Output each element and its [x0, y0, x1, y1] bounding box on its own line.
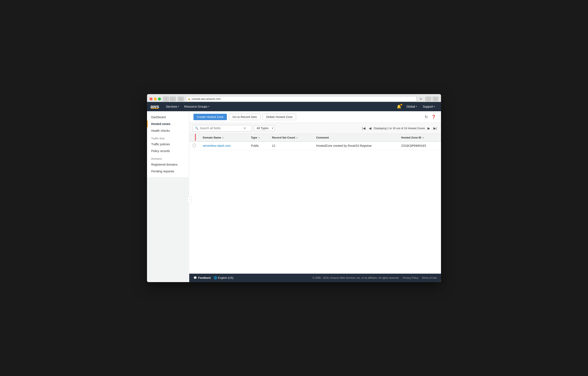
- sidebar-item-dashboard[interactable]: Dashboard: [147, 114, 189, 121]
- pagination-text: Displaying 1 to 16 out of 16 Hosted Zone…: [374, 127, 425, 130]
- delete-hosted-zone-button[interactable]: Delete Hosted Zone: [262, 114, 296, 120]
- tab-view-button[interactable]: ▭: [178, 97, 184, 101]
- address-bar[interactable]: 🔒 console.aws.amazon.com: [186, 96, 417, 102]
- search-input[interactable]: [200, 126, 242, 130]
- resource-groups-nav-item[interactable]: Resource Groups ▾: [182, 102, 212, 111]
- content-area: Create Hosted Zone Go to Record Sets Del…: [189, 111, 441, 282]
- table-header-row: Domain Name ▾ Type ▾ Record Set Count ▾ …: [189, 134, 441, 142]
- domains-section-label: Domains: [147, 154, 189, 161]
- col-hosted-zone-id-header[interactable]: Hosted Zone ID ▾: [398, 134, 441, 142]
- row-radio-input[interactable]: [193, 144, 196, 147]
- global-nav-item[interactable]: Global ▾: [404, 102, 419, 111]
- url-text: console.aws.amazon.com: [192, 98, 221, 100]
- search-icon: 🔍: [195, 126, 199, 130]
- sidebar-item-policy-records[interactable]: Policy records: [147, 148, 189, 154]
- table-area: Domain Name ▾ Type ▾ Record Set Count ▾ …: [189, 134, 441, 274]
- sidebar: Dashboard Hosted zones Health checks Tra…: [147, 111, 189, 177]
- footer-left: 💬 Feedback 🌐 English (US): [193, 276, 233, 279]
- close-button[interactable]: [149, 98, 152, 100]
- row-hosted-zone-id-cell: Z3SQCQPO909165: [398, 142, 441, 150]
- copyright-text: © 2008 - 2018, Amazon Web Services, Inc.…: [312, 276, 399, 279]
- row-type-cell: Public: [248, 142, 269, 150]
- hosted-zone-id-sort-icon: ▾: [423, 137, 424, 139]
- aws-top-nav: aws Services ▾ Resource Groups ▾ 🔔 Globa…: [147, 102, 441, 111]
- traffic-flow-section-label: Traffic flow: [147, 134, 189, 141]
- lock-icon: 🔒: [188, 98, 190, 100]
- aws-app: aws Services ▾ Resource Groups ▾ 🔔 Globa…: [147, 102, 441, 282]
- annotation-arrow: [192, 134, 199, 143]
- back-button[interactable]: ‹: [163, 97, 169, 101]
- filter-bar: 🔍 ✕ All Types Public Private |◀ ◀: [189, 123, 441, 134]
- feedback-button[interactable]: 💬 Feedback: [193, 276, 211, 279]
- notification-dot: [400, 104, 402, 106]
- go-to-record-sets-button[interactable]: Go to Record Sets: [229, 114, 260, 120]
- last-page-button[interactable]: ▶|: [432, 126, 438, 131]
- reload-button[interactable]: ↻: [419, 97, 423, 101]
- traffic-lights: [149, 98, 161, 100]
- help-button[interactable]: ❓: [430, 114, 437, 120]
- type-filter-wrapper: All Types Public Private: [254, 125, 275, 131]
- refresh-button[interactable]: ↻: [424, 114, 429, 120]
- col-comment-header: Comment: [313, 134, 398, 142]
- sidebar-item-hosted-zones[interactable]: Hosted zones: [147, 121, 189, 127]
- language-selector[interactable]: 🌐 English (US): [214, 276, 233, 279]
- support-caret-icon: ▾: [434, 105, 435, 108]
- row-record-set-count-cell: 12: [269, 142, 313, 150]
- clear-search-icon[interactable]: ✕: [243, 126, 246, 130]
- globe-icon: 🌐: [214, 276, 217, 279]
- next-page-button[interactable]: ▶: [427, 126, 431, 131]
- footer-right: © 2008 - 2018, Amazon Web Services, Inc.…: [312, 276, 437, 279]
- record-set-count-sort-icon: ▾: [296, 137, 298, 139]
- first-page-button[interactable]: |◀: [361, 126, 366, 131]
- support-nav-item[interactable]: Support ▾: [420, 102, 438, 111]
- type-filter-select[interactable]: All Types Public Private: [254, 125, 275, 131]
- type-sort-icon: ▾: [259, 137, 260, 139]
- resource-groups-caret-icon: ▾: [208, 105, 209, 108]
- global-caret-icon: ▾: [416, 105, 417, 108]
- col-type-header[interactable]: Type ▾: [248, 134, 269, 142]
- privacy-policy-link[interactable]: Privacy Policy: [403, 276, 419, 279]
- domain-name-link[interactable]: serverless-stack.com.: [203, 144, 231, 147]
- row-radio-cell: [189, 142, 200, 150]
- aws-logo: aws: [150, 104, 159, 109]
- pagination-info: |◀ ◀ Displaying 1 to 16 out of 16 Hosted…: [361, 126, 438, 131]
- col-domain-name-header[interactable]: Domain Name ▾: [200, 134, 248, 142]
- sidebar-collapse-button[interactable]: ‹: [188, 197, 192, 203]
- table-row[interactable]: serverless-stack.com. Public 12 HostedZo…: [189, 142, 441, 150]
- nav-right: 🔔 Global ▾ Support ▾: [395, 102, 438, 111]
- minimize-button[interactable]: [154, 98, 157, 100]
- prev-page-button[interactable]: ◀: [368, 126, 372, 131]
- feedback-chat-icon: 💬: [193, 276, 197, 279]
- toolbar-actions: ↻ ❓: [424, 114, 437, 120]
- table-body: serverless-stack.com. Public 12 HostedZo…: [189, 142, 441, 150]
- search-box: 🔍 ✕: [193, 125, 252, 132]
- sidebar-item-health-checks[interactable]: Health checks: [147, 127, 189, 134]
- toolbar: Create Hosted Zone Go to Record Sets Del…: [189, 111, 441, 123]
- footer: 💬 Feedback 🌐 English (US) © 2008 - 2018,…: [189, 274, 441, 282]
- sidebar-item-registered-domains[interactable]: Registered domains: [147, 161, 189, 168]
- row-comment-cell: HostedZone created by Route53 Registrar: [313, 142, 398, 150]
- notifications-bell[interactable]: 🔔: [395, 104, 403, 109]
- share-button[interactable]: ↑: [425, 97, 431, 101]
- sidebar-item-pending-requests[interactable]: Pending requests: [147, 168, 189, 175]
- forward-button[interactable]: ›: [170, 97, 176, 101]
- col-record-set-count-header[interactable]: Record Set Count ▾: [269, 134, 313, 142]
- sidebar-item-traffic-policies[interactable]: Traffic policies: [147, 141, 189, 148]
- main-layout: Dashboard Hosted zones Health checks Tra…: [147, 111, 441, 282]
- create-hosted-zone-button[interactable]: Create Hosted Zone: [193, 114, 227, 120]
- domain-name-sort-icon: ▾: [222, 137, 223, 139]
- fullscreen-button[interactable]: [158, 98, 161, 100]
- sidebar-wrapper: Dashboard Hosted zones Health checks Tra…: [147, 111, 189, 282]
- hosted-zones-table: Domain Name ▾ Type ▾ Record Set Count ▾ …: [189, 134, 441, 150]
- add-tab-button[interactable]: +: [432, 97, 439, 101]
- terms-link[interactable]: Terms of Use: [422, 276, 437, 279]
- row-domain-name-cell[interactable]: serverless-stack.com.: [200, 142, 248, 150]
- services-caret-icon: ▾: [178, 105, 179, 108]
- services-nav-item[interactable]: Services ▾: [163, 102, 182, 111]
